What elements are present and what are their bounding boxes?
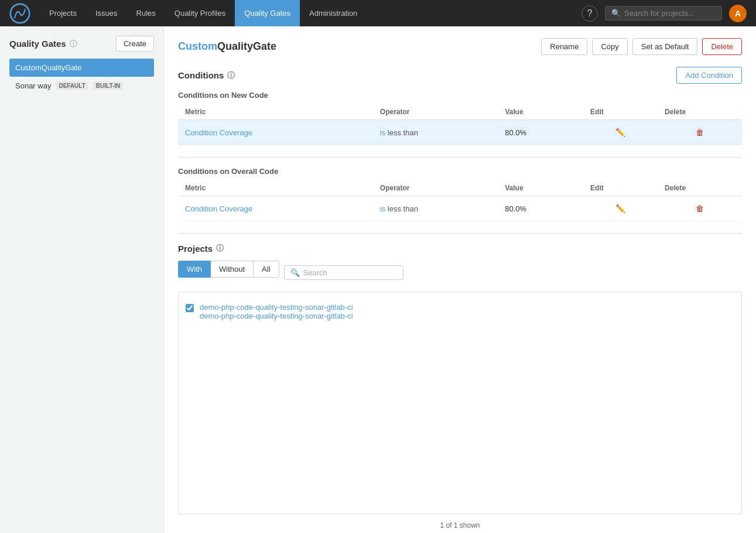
global-search-input[interactable] [624,9,716,18]
set-as-default-button[interactable]: Set as Default [632,38,698,55]
projects-section: Projects ⓘ With Without All 🔍 dem [178,243,742,529]
new-code-edit-btn-1[interactable]: ✏️ [612,126,629,139]
new-code-title: Conditions on New Code [178,91,742,100]
projects-search-icon: 🔍 [290,268,300,277]
new-code-delete-cell-1: 🗑 [658,120,742,145]
overall-code-row-1: Condition Coverage is less than 80.0% ✏️… [178,196,742,221]
tab-all[interactable]: All [254,261,279,278]
header-actions: Rename Copy Set as Default Delete [541,38,742,55]
col-delete-new: Delete [658,104,742,120]
new-code-operator-rest-1: less than [385,128,418,137]
brand-logo[interactable] [9,3,30,24]
gate-title-prefix: Custom [178,40,217,52]
new-code-delete-btn-1[interactable]: 🗑 [692,126,707,139]
overall-code-edit-btn-1[interactable]: ✏️ [612,202,629,215]
col-value-overall: Value [498,180,583,196]
projects-search-input[interactable] [303,268,397,277]
gate-header: CustomQualityGate Rename Copy Set as Def… [178,38,742,55]
new-code-row-1: Condition Coverage is less than 80.0% ✏️… [178,120,742,145]
overall-code-operator-1: is less than [373,196,498,221]
nav-quality-profiles[interactable]: Quality Profiles [165,0,235,26]
new-code-metric-1: Condition Coverage [178,120,373,145]
tab-with[interactable]: With [178,261,211,278]
projects-filter-bar: With Without All 🔍 [178,261,742,285]
search-icon: 🔍 [611,9,621,18]
copy-button[interactable]: Copy [592,38,627,55]
gate-title-suffix: QualityGate [217,40,276,52]
nav-rules[interactable]: Rules [127,0,165,26]
project-name-1[interactable]: demo-php-code-quality-testing-sonar-gitl… [200,312,353,320]
project-checkbox-1[interactable] [186,304,194,312]
project-names-1: demo-php-code-quality-testing-sonar-gitl… [200,303,353,320]
nav-administration[interactable]: Administration [300,0,367,26]
new-code-operator-is-1: is [380,128,385,137]
col-edit-overall: Edit [583,180,658,196]
overall-code-delete-btn-1[interactable]: 🗑 [692,202,707,215]
project-key-1[interactable]: demo-php-code-quality-testing-sonar-gitl… [200,303,353,312]
conditions-section-header: Conditions ⓘ Add Condition [178,67,742,84]
user-avatar[interactable]: A [729,5,747,22]
overall-code-title: Conditions on Overall Code [178,167,742,176]
sidebar-header: Quality Gates ⓘ Create [9,36,154,52]
badge-builtin: BUILT-IN [93,81,123,90]
rename-button[interactable]: Rename [541,38,587,55]
nav-issues[interactable]: Issues [86,0,127,26]
nav-projects[interactable]: Projects [40,0,86,26]
col-metric-new: Metric [178,104,373,120]
overall-code-table: Metric Operator Value Edit Delete Condit… [178,180,742,221]
new-code-table: Metric Operator Value Edit Delete Condit… [178,104,742,145]
sidebar-help-icon[interactable]: ⓘ [70,39,77,49]
sonar-way-label: Sonar way [15,81,51,90]
col-metric-overall: Metric [178,180,373,196]
shown-count: 1 of 1 shown [178,521,742,529]
tab-without[interactable]: Without [211,261,254,278]
new-code-metric-link-1[interactable]: Condition Coverage [185,128,252,137]
sidebar-item-sonar-way[interactable]: Sonar way DEFAULT BUILT-IN [9,77,154,95]
col-operator-overall: Operator [373,180,498,196]
conditions-divider [178,157,742,158]
nav-quality-gates[interactable]: Quality Gates [235,0,300,26]
project-item-1: demo-php-code-quality-testing-sonar-gitl… [186,299,734,324]
overall-code-operator-rest-1: less than [385,204,418,213]
overall-code-edit-cell-1: ✏️ [583,196,658,221]
add-condition-button[interactable]: Add Condition [676,67,742,84]
projects-divider [178,233,742,234]
create-button[interactable]: Create [116,36,154,52]
overall-code-metric-1: Condition Coverage [178,196,373,221]
delete-button[interactable]: Delete [702,38,742,55]
projects-tab-group: With Without All [178,261,279,278]
overall-code-operator-is-1: is [380,204,385,213]
navbar-right: ? 🔍 A [581,5,747,22]
gate-title: CustomQualityGate [178,40,276,53]
projects-list-box: demo-php-code-quality-testing-sonar-gitl… [178,292,742,514]
conditions-title-text: Conditions [178,70,224,80]
overall-code-delete-cell-1: 🗑 [658,196,742,221]
sidebar-title: Quality Gates [9,39,66,49]
sidebar-item-custom-quality-gate[interactable]: CustomQualityGate [9,59,154,77]
sidebar: Quality Gates ⓘ Create CustomQualityGate… [0,26,164,533]
nav-links: Projects Issues Rules Quality Profiles Q… [40,0,581,26]
new-code-value-1: 80.0% [498,120,583,145]
main-content: CustomQualityGate Rename Copy Set as Def… [164,26,756,533]
new-code-operator-1: is less than [373,120,498,145]
global-search-box[interactable]: 🔍 [605,6,722,20]
conditions-title: Conditions ⓘ [178,70,235,81]
conditions-help-icon[interactable]: ⓘ [227,70,235,81]
col-edit-new: Edit [583,104,658,120]
help-icon[interactable]: ? [581,5,598,22]
overall-code-value-1: 80.0% [498,196,583,221]
new-code-edit-cell-1: ✏️ [583,120,658,145]
col-delete-overall: Delete [658,180,742,196]
projects-title: Projects ⓘ [178,243,742,254]
navbar: Projects Issues Rules Quality Profiles Q… [0,0,756,26]
col-value-new: Value [498,104,583,120]
projects-title-text: Projects [178,244,213,254]
projects-help-icon[interactable]: ⓘ [216,243,224,254]
badge-default: DEFAULT [56,81,88,90]
overall-code-metric-link-1[interactable]: Condition Coverage [185,204,252,213]
projects-search-box[interactable]: 🔍 [284,265,403,280]
col-operator-new: Operator [373,104,498,120]
